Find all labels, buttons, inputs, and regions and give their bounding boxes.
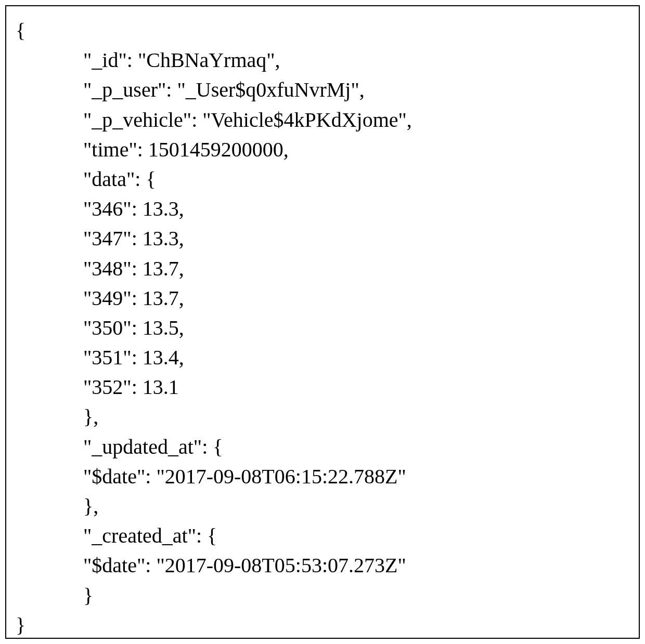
json-line-close: } xyxy=(16,610,629,640)
json-line-d352: "352": 13.1 xyxy=(16,372,629,402)
json-line-open: { xyxy=(16,16,629,45)
json-line-p-user: "_p_user": "_User$q0xfuNvrMj", xyxy=(16,75,629,104)
json-line-time: "time": 1501459200000, xyxy=(16,135,629,164)
json-line-updated-date: "$date": "2017-09-08T06:15:22.788Z" xyxy=(16,462,629,491)
json-line-created-date: "$date": "2017-09-08T05:53:07.273Z" xyxy=(16,550,629,580)
json-line-updated-open: "_updated_at": { xyxy=(16,432,629,462)
json-line-created-open: "_created_at": { xyxy=(16,521,629,550)
json-line-d346: "346": 13.3, xyxy=(16,194,629,224)
json-line-id: "_id": "ChBNaYrmaq", xyxy=(16,45,629,75)
json-line-updated-close: }, xyxy=(16,491,629,521)
json-line-created-close: } xyxy=(16,581,629,610)
json-line-d349: "349": 13.7, xyxy=(16,283,629,313)
json-line-d347: "347": 13.3, xyxy=(16,224,629,253)
json-line-data-close: }, xyxy=(16,402,629,431)
json-line-d348: "348": 13.7, xyxy=(16,254,629,283)
json-line-d350: "350": 13.5, xyxy=(16,313,629,343)
json-line-p-vehicle: "_p_vehicle": "Vehicle$4kPKdXjome", xyxy=(16,105,629,135)
json-line-d351: "351": 13.4, xyxy=(16,343,629,372)
json-line-data-open: "data": { xyxy=(16,164,629,194)
json-document: { "_id": "ChBNaYrmaq", "_p_user": "_User… xyxy=(5,5,640,639)
